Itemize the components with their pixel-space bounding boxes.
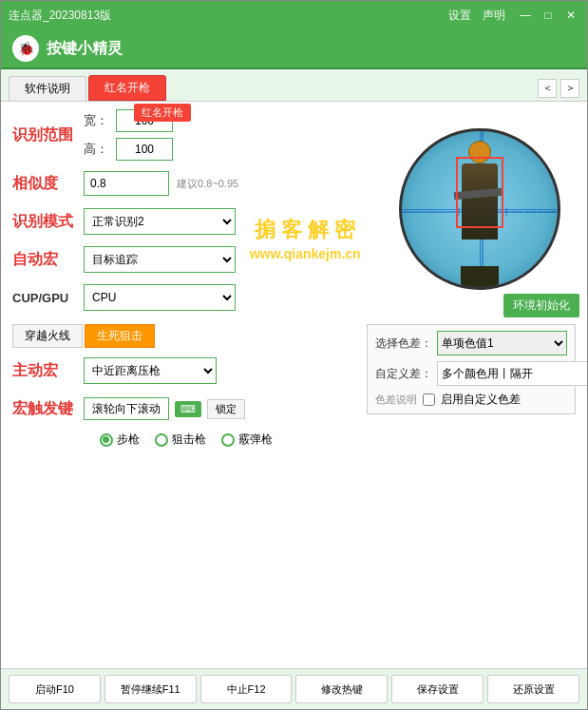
bottom-bar: 启动F10 暂停继续F11 中止F12 修改热键 保存设置 还原设置 [1, 668, 587, 709]
auto-macro-select[interactable]: 目标追踪 自动射击 自动切枪 [84, 246, 236, 273]
stop-button[interactable]: 中止F12 [200, 675, 293, 703]
right-col: 选择色差： 单项色值1 单项色值2 综合色差 自定义差： [367, 320, 576, 455]
tab-red-name-gun[interactable]: 红名开枪 [88, 75, 166, 101]
save-settings-button[interactable]: 保存设置 [391, 675, 484, 703]
macro-trigger-label: 宏触发键 [12, 399, 84, 419]
step-gun-radio-circle [100, 433, 113, 447]
red-tag-label: 红名开枪 [134, 104, 191, 122]
env-btn-container: 环境初始化 [399, 294, 579, 317]
start-button[interactable]: 启动F10 [9, 675, 101, 703]
height-input[interactable] [116, 138, 173, 161]
tab-through-fire[interactable]: 穿越火线 [12, 324, 83, 348]
auto-macro-label: 自动宏 [12, 250, 84, 270]
radio-grenade-gun[interactable]: 霰弹枪 [221, 432, 273, 448]
width-label: 宽： [84, 112, 112, 129]
left-col: 穿越火线 生死狙击 主动宏 中近距离压枪 远距离压枪 无后坐力 [12, 320, 359, 455]
similarity-hint: 建议0.8~0.95 [177, 177, 238, 191]
lock-button[interactable]: 锁定 [207, 399, 245, 419]
color-explain-row: 色差说明 启用自定义色差 [375, 392, 567, 408]
modify-hotkey-button[interactable]: 修改热键 [295, 675, 388, 703]
macro-trigger-input[interactable] [84, 397, 169, 420]
macro-trigger-row: 宏触发键 ⌨ 锁定 [12, 393, 359, 424]
app-title: 按键小精灵 [47, 39, 123, 59]
bug-icon: 🐞 [18, 41, 34, 56]
gun-type-radio-group: 步枪 狙击枪 霰弹枪 [12, 432, 359, 448]
target-image-area: 环境初始化 [399, 128, 579, 318]
tab-next-button[interactable]: ＞ [560, 79, 579, 98]
custom-diff-row: 自定义差： [375, 361, 567, 386]
color-diff-label: 选择色差： [375, 336, 437, 352]
statement-link[interactable]: 声明 [483, 8, 505, 24]
tab-prev-button[interactable]: ＜ [538, 79, 557, 98]
app-icon: 🐞 [12, 35, 39, 62]
main-tabs: 软件说明 红名开枪 ＜ ＞ [1, 69, 587, 102]
pause-button[interactable]: 暂停继续F11 [104, 675, 197, 703]
similarity-input[interactable] [84, 171, 169, 196]
similarity-label: 相似度 [12, 174, 84, 194]
color-diff-panel: 选择色差： 单项色值1 单项色值2 综合色差 自定义差： [367, 324, 576, 414]
main-content: 红名开枪 掮 客 解 密 www.qiankejm.cn [1, 102, 587, 668]
titlebar-links: 设置 声明 [448, 8, 505, 24]
active-macro-select[interactable]: 中近距离压枪 远距离压枪 无后坐力 [84, 357, 217, 384]
grenade-gun-label: 霰弹枪 [238, 432, 273, 448]
sniper-gun-radio-circle [155, 433, 168, 447]
titlebar-buttons: — □ ✕ [517, 7, 579, 24]
recognition-range-label: 识别范围 [12, 125, 84, 145]
active-macro-label: 主动宏 [12, 361, 84, 381]
height-row: 高： [84, 138, 173, 161]
scope-circle [399, 128, 560, 290]
tabs-navigation: ＜ ＞ [538, 79, 579, 98]
bottom-two-col: 穿越火线 生死狙击 主动宏 中近距离压枪 远距离压枪 无后坐力 [12, 320, 576, 455]
soldier-legs [461, 266, 499, 290]
color-diff-row: 选择色差： 单项色值1 单项色值2 综合色差 [375, 331, 567, 355]
recognition-mode-select[interactable]: 正常识别2 正常识别1 正常识别3 [84, 208, 236, 235]
main-window: 连点器_20230813版 设置 声明 — □ ✕ 🐞 按键小精灵 软件说明 红… [0, 0, 588, 710]
target-box [456, 157, 503, 228]
custom-checkbox-label: 启用自定义色差 [441, 392, 521, 408]
custom-color-diff-checkbox[interactable] [423, 393, 435, 406]
macro-trigger-content: ⌨ 锁定 [84, 397, 359, 420]
height-label: 高： [84, 141, 112, 158]
soldier-figure [454, 152, 506, 266]
cup-gpu-select[interactable]: CPU GPU [84, 284, 236, 311]
grenade-gun-radio-circle [221, 433, 235, 447]
sniper-gun-label: 狙击枪 [172, 432, 206, 448]
active-macro-row: 主动宏 中近距离压枪 远距离压枪 无后坐力 [12, 355, 359, 386]
radio-sniper-gun[interactable]: 狙击枪 [155, 432, 206, 448]
titlebar-title: 连点器_20230813版 [9, 8, 448, 24]
color-explain-label: 色差说明 [375, 393, 417, 407]
active-macro-content: 中近距离压枪 远距离压枪 无后坐力 [84, 357, 359, 384]
keyboard-icon: ⌨ [175, 401, 201, 417]
step-gun-label: 步枪 [117, 432, 140, 448]
minimize-button[interactable]: — [517, 7, 534, 24]
header: 🐞 按键小精灵 [1, 29, 587, 69]
custom-diff-input[interactable] [437, 361, 587, 386]
tab-kill-shot[interactable]: 生死狙击 [85, 324, 155, 348]
custom-diff-label: 自定义差： [375, 366, 437, 382]
game-tabs: 穿越火线 生死狙击 [12, 324, 359, 348]
maximize-button[interactable]: □ [540, 7, 557, 24]
recognition-mode-label: 识别模式 [12, 212, 84, 232]
settings-link[interactable]: 设置 [448, 8, 471, 24]
restore-settings-button[interactable]: 还原设置 [487, 675, 579, 703]
color-diff-select[interactable]: 单项色值1 单项色值2 综合色差 [437, 331, 567, 355]
env-init-button[interactable]: 环境初始化 [503, 294, 579, 317]
tab-software-desc[interactable]: 软件说明 [9, 76, 86, 101]
close-button[interactable]: ✕ [562, 7, 579, 24]
titlebar: 连点器_20230813版 设置 声明 — □ ✕ [1, 1, 587, 29]
radio-step-gun[interactable]: 步枪 [100, 432, 140, 448]
cup-gpu-label: CUP/GPU [12, 291, 84, 305]
